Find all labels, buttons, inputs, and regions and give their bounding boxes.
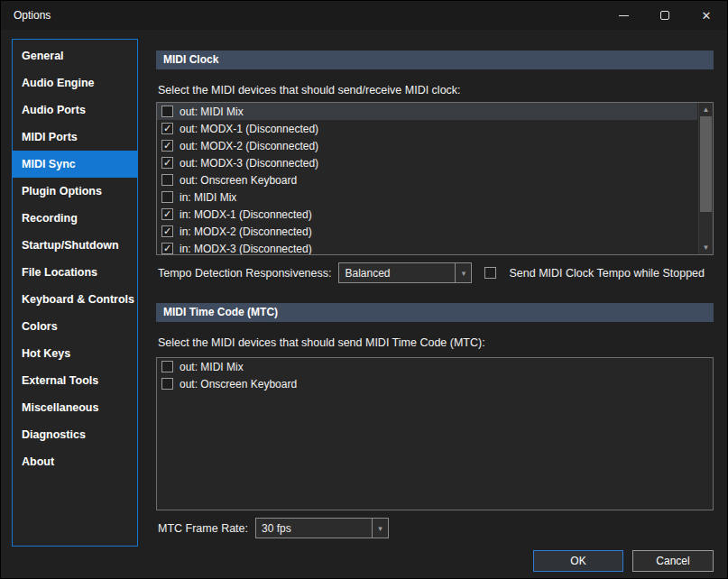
mtc-frame-rate-dropdown[interactable]: 30 fps ▾ (255, 518, 389, 538)
mtc-instruction: Select the MIDI devices that should send… (158, 336, 485, 349)
window-title: Options (1, 9, 51, 22)
device-label: out: Onscreen Keyboard (180, 174, 297, 187)
scroll-down-icon[interactable]: ▼ (699, 241, 713, 254)
device-checkbox[interactable] (161, 174, 173, 186)
tempo-detection-row: Tempo Detection Responsiveness: Balanced… (158, 262, 705, 283)
cancel-button[interactable]: Cancel (632, 550, 714, 572)
chevron-down-icon: ▾ (455, 263, 471, 282)
device-row[interactable]: out: Onscreen Keyboard (157, 171, 697, 188)
tempo-detection-value: Balanced (339, 263, 455, 282)
device-row[interactable]: out: Onscreen Keyboard (157, 375, 713, 392)
sidebar-item-audio-engine[interactable]: Audio Engine (13, 69, 137, 96)
sidebar-item-startup-shutdown[interactable]: Startup/Shutdown (13, 232, 137, 259)
sidebar-item-external-tools[interactable]: External Tools (13, 367, 137, 394)
sidebar-item-keyboard-controls[interactable]: Keyboard & Controls (13, 286, 137, 313)
device-label: out: MODX-1 (Disconnected) (180, 123, 318, 135)
device-checkbox[interactable]: ✓ (161, 157, 173, 169)
sidebar-item-diagnostics[interactable]: Diagnostics (13, 421, 137, 448)
scrollbar-thumb[interactable] (700, 116, 712, 212)
sidebar-item-audio-ports[interactable]: Audio Ports (13, 96, 137, 124)
maximize-icon (660, 11, 669, 20)
sidebar-item-miscellaneous[interactable]: Miscellaneous (13, 394, 137, 421)
device-checkbox[interactable]: ✓ (161, 140, 173, 152)
sidebar-item-file-locations[interactable]: File Locations (13, 259, 137, 286)
device-label: out: MODX-3 (Disconnected) (180, 157, 318, 170)
minimize-button[interactable] (603, 1, 644, 30)
minimize-icon (619, 15, 629, 16)
sidebar-item-plugin-options[interactable]: Plugin Options (13, 178, 137, 205)
close-icon: ✕ (702, 9, 712, 23)
device-row[interactable]: ✓in: MODX-2 (Disconnected) (157, 223, 697, 240)
maximize-button[interactable] (644, 1, 686, 30)
sidebar-item-midi-ports[interactable]: MIDI Ports (13, 124, 137, 151)
sidebar-item-midi-sync[interactable]: MIDI Sync (13, 151, 137, 178)
device-row[interactable]: ✓out: MODX-3 (Disconnected) (157, 154, 697, 171)
scrollbar[interactable]: ▲ ▼ (698, 103, 713, 254)
ok-button[interactable]: OK (533, 550, 623, 572)
send-clock-tempo-label: Send MIDI Clock Tempo while Stopped (509, 267, 705, 280)
device-label: in: MODX-3 (Disconnected) (180, 243, 312, 255)
send-clock-tempo-group: Send MIDI Clock Tempo while Stopped (484, 267, 705, 280)
device-checkbox[interactable] (161, 361, 173, 372)
device-checkbox[interactable] (161, 191, 173, 203)
chevron-down-icon: ▾ (372, 519, 388, 538)
send-clock-tempo-checkbox[interactable] (484, 267, 496, 279)
device-label: out: MODX-2 (Disconnected) (180, 140, 318, 152)
sidebar-item-hot-keys[interactable]: Hot Keys (13, 340, 137, 367)
device-checkbox[interactable]: ✓ (161, 243, 173, 254)
device-label: in: MIDI Mix (180, 191, 236, 204)
device-checkbox[interactable]: ✓ (161, 208, 173, 220)
device-row[interactable]: ✓out: MODX-1 (Disconnected) (157, 120, 697, 137)
midi-clock-device-list: out: MIDI Mix✓out: MODX-1 (Disconnected)… (156, 102, 714, 255)
sidebar-item-colors[interactable]: Colors (13, 313, 137, 340)
device-label: in: MODX-2 (Disconnected) (180, 225, 312, 238)
options-dialog: Options ✕ GeneralAudio EngineAudio Ports… (0, 0, 728, 579)
device-checkbox[interactable] (161, 106, 173, 117)
device-label: out: MIDI Mix (180, 361, 244, 373)
device-checkbox[interactable]: ✓ (161, 123, 173, 134)
mtc-frame-rate-label: MTC Frame Rate: (158, 522, 248, 535)
close-button[interactable]: ✕ (686, 1, 727, 30)
device-row[interactable]: out: MIDI Mix (157, 103, 697, 120)
sidebar-item-about[interactable]: About (13, 448, 137, 475)
device-label: out: Onscreen Keyboard (180, 378, 297, 391)
device-row[interactable]: ✓in: MODX-3 (Disconnected) (157, 240, 697, 255)
sidebar-nav: GeneralAudio EngineAudio PortsMIDI Ports… (12, 39, 138, 547)
device-label: out: MIDI Mix (180, 106, 244, 118)
mtc-frame-rate-value: 30 fps (256, 519, 372, 538)
device-row[interactable]: out: MIDI Mix (157, 358, 713, 375)
device-row[interactable]: ✓out: MODX-2 (Disconnected) (157, 137, 697, 154)
sidebar-item-general[interactable]: General (13, 42, 137, 69)
tempo-detection-label: Tempo Detection Responsiveness: (158, 267, 331, 280)
mtc-frame-rate-row: MTC Frame Rate: 30 fps ▾ (158, 518, 389, 538)
mtc-device-list: out: MIDI Mixout: Onscreen Keyboard (156, 357, 714, 510)
sidebar-item-recording[interactable]: Recording (13, 205, 137, 232)
device-row[interactable]: in: MIDI Mix (157, 188, 697, 206)
mtc-header: MIDI Time Code (MTC) (156, 303, 714, 322)
device-row[interactable]: ✓in: MODX-1 (Disconnected) (157, 206, 697, 223)
device-label: in: MODX-1 (Disconnected) (180, 208, 312, 221)
scroll-up-icon[interactable]: ▲ (699, 103, 713, 116)
midi-clock-instruction: Select the MIDI devices that should send… (158, 84, 461, 96)
device-checkbox[interactable]: ✓ (161, 225, 173, 237)
midi-clock-header: MIDI Clock (156, 51, 714, 69)
tempo-detection-dropdown[interactable]: Balanced ▾ (338, 262, 472, 283)
title-bar[interactable]: Options ✕ (1, 1, 727, 30)
window-controls: ✕ (603, 1, 727, 30)
device-checkbox[interactable] (161, 378, 173, 390)
